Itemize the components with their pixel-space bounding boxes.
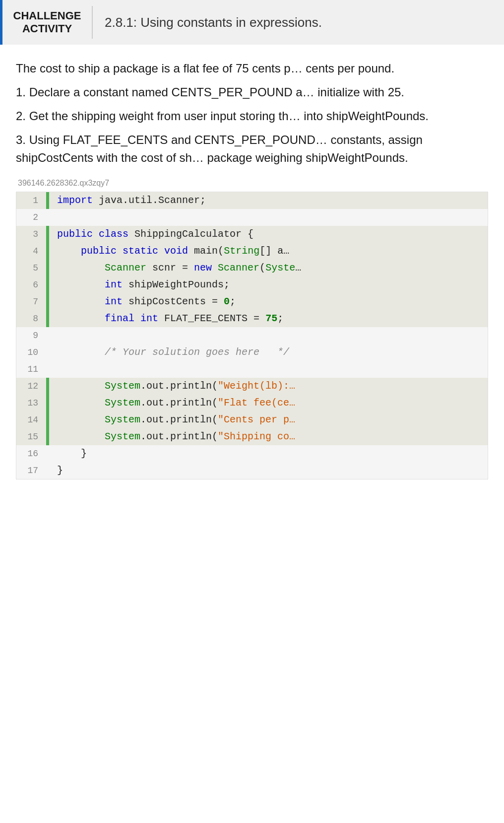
header-title: 2.8.1: Using constants in expressions. [93,0,334,45]
code-line: 8 final int FLAT_FEE_CENTS = 75; [16,310,488,327]
code-line: 15 System.out.println("Shipping co… [16,428,488,445]
line-number: 12 [16,378,46,395]
line-number: 4 [16,243,46,260]
line-number: 15 [16,428,46,445]
line-number: 5 [16,260,46,276]
code-line: 1 import java.util.Scanner; [16,192,488,209]
code-line: 11 [16,361,488,378]
line-number: 8 [16,310,46,327]
code-line: 4 public static void main(String[] a… [16,243,488,260]
code-content: import java.util.Scanner; [49,192,488,209]
description: The cost to ship a package is a flat fee… [16,60,488,167]
code-line: 2 [16,209,488,226]
challenge-label: CHALLENGEACTIVITY [2,0,92,45]
line-gutter [46,209,49,226]
line-number: 17 [16,462,46,479]
code-line: 13 System.out.println("Flat fee(ce… [16,395,488,412]
line-number: 14 [16,412,46,428]
code-line: 3 public class ShippingCalculator { [16,226,488,243]
code-line: 9 [16,327,488,344]
content-area: The cost to ship a package is a flat fee… [0,45,504,489]
code-content: System.out.println("Weight(lb):… [49,378,488,395]
code-content: int shipCostCents = 0; [49,293,488,310]
line-gutter [46,361,49,378]
line-number: 9 [16,327,46,344]
code-content: final int FLAT_FEE_CENTS = 75; [49,310,488,327]
code-content: System.out.println("Shipping co… [49,428,488,445]
code-content: System.out.println("Cents per p… [49,412,488,428]
line-gutter [46,327,49,344]
code-content: } [49,462,488,479]
challenge-label-text: CHALLENGEACTIVITY [13,9,81,36]
line-number: 2 [16,209,46,226]
code-content: Scanner scnr = new Scanner(Syste… [49,260,488,276]
line-number: 1 [16,192,46,209]
line-number: 3 [16,226,46,243]
description-step2: 2. Get the shipping weight from user inp… [16,107,488,125]
code-content: int shipWeightPounds; [49,276,488,293]
code-line: 17 } [16,462,488,479]
code-content: public class ShippingCalculator { [49,226,488,243]
line-number: 13 [16,395,46,412]
code-content: /* Your solution goes here */ [49,344,488,361]
header-bar: CHALLENGEACTIVITY 2.8.1: Using constants… [0,0,504,45]
code-content: System.out.println("Flat fee(ce… [49,395,488,412]
code-line: 12 System.out.println("Weight(lb):… [16,378,488,395]
code-content: } [49,445,488,462]
description-intro: The cost to ship a package is a flat fee… [16,60,488,77]
code-content: public static void main(String[] a… [49,243,488,260]
code-line: 10 /* Your solution goes here */ [16,344,488,361]
code-line: 7 int shipCostCents = 0; [16,293,488,310]
line-number: 7 [16,293,46,310]
line-number: 11 [16,361,46,378]
file-id: 396146.2628362.qx3zqy7 [16,179,488,188]
line-number: 10 [16,344,46,361]
code-line: 6 int shipWeightPounds; [16,276,488,293]
description-step1: 1. Declare a constant named CENTS_PER_PO… [16,83,488,101]
code-line: 16 } [16,445,488,462]
code-line: 14 System.out.println("Cents per p… [16,412,488,428]
description-step3: 3. Using FLAT_FEE_CENTS and CENTS_PER_PO… [16,131,488,167]
code-line: 5 Scanner scnr = new Scanner(Syste… [16,260,488,276]
line-number: 16 [16,445,46,462]
code-editor[interactable]: 1 import java.util.Scanner; 2 3 public c… [16,192,488,480]
line-number: 6 [16,276,46,293]
